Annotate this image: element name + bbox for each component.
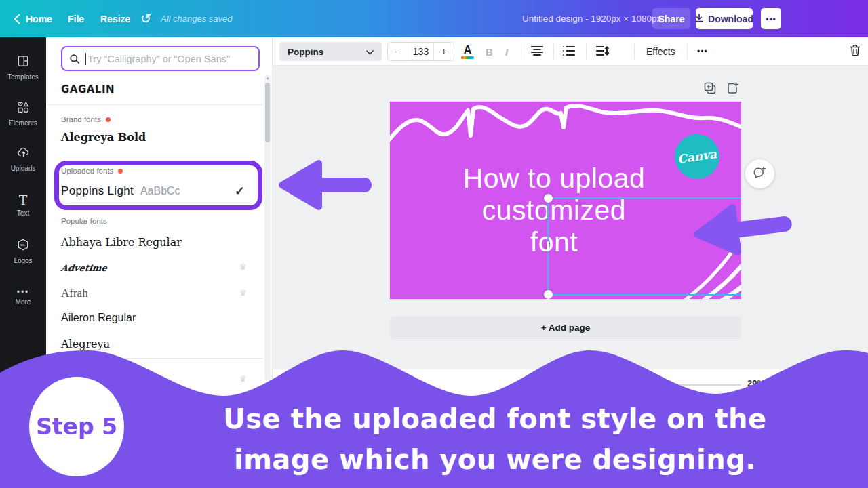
font-size-decrease-button[interactable]: −: [388, 43, 408, 60]
trash-icon: [850, 45, 861, 58]
sidebar-item-logos[interactable]: co. Logos: [0, 230, 46, 272]
text-align-button[interactable]: [531, 37, 543, 66]
share-button[interactable]: Share: [652, 8, 690, 29]
text-toolbar: Poppins − 133 + A B I Effects •••: [273, 37, 868, 66]
brand-fonts-label: Brand fonts: [61, 115, 111, 123]
align-center-icon: [531, 46, 543, 58]
file-menu[interactable]: File: [68, 0, 84, 37]
effects-button[interactable]: Effects: [646, 37, 675, 66]
bullet-list-icon: [563, 46, 575, 58]
divider: [586, 44, 587, 59]
scrollbar-thumb[interactable]: [265, 83, 270, 142]
uploaded-fonts-label: Uploaded fonts: [61, 167, 123, 175]
font-item-popular[interactable]: Abhaya Libre Regular: [61, 236, 182, 249]
panel-scrollbar[interactable]: ▲: [264, 75, 271, 381]
bold-button[interactable]: B: [486, 37, 493, 66]
delete-button[interactable]: [850, 37, 861, 66]
font-size-stepper: − 133 +: [387, 42, 454, 61]
divider: [553, 44, 554, 59]
design-title[interactable]: Untitled design - 1920px × 1080px: [522, 0, 661, 37]
download-icon: [695, 14, 703, 24]
line-spacing-icon: [596, 46, 609, 58]
text-color-button[interactable]: A: [461, 37, 474, 66]
pro-crown-icon: ♛: [239, 262, 247, 272]
font-search-box[interactable]: [61, 46, 260, 71]
canva-logo-badge: Canva: [675, 134, 719, 179]
canva-logo-text: Canva: [677, 147, 717, 166]
download-button[interactable]: Download: [696, 8, 753, 29]
sidebar-item-text[interactable]: T Text: [0, 184, 46, 226]
font-item-popular[interactable]: Advetime: [60, 263, 108, 273]
uploads-icon: [16, 146, 31, 162]
canva-app: Home File Resize ↺ All changes saved Unt…: [0, 0, 868, 488]
divider: [521, 44, 521, 59]
pro-crown-icon: ♛: [239, 288, 247, 298]
popular-fonts-label: Popular fonts: [61, 217, 107, 225]
step-badge: Step 5: [29, 377, 124, 476]
svg-text:co.: co.: [20, 243, 26, 247]
duplicate-page-icon[interactable]: [704, 82, 716, 97]
scroll-up-icon[interactable]: ▲: [264, 76, 271, 80]
uploaded-dot-icon: [118, 169, 123, 174]
chevron-down-icon: [366, 47, 374, 57]
bullet-list-button[interactable]: [563, 37, 575, 66]
comment-button[interactable]: [745, 159, 774, 188]
italic-button[interactable]: I: [505, 37, 508, 66]
resize-handle-bottom-left[interactable]: [544, 290, 553, 299]
font-item-recent[interactable]: GAGALIN: [61, 83, 115, 96]
more-dots-icon: •••: [17, 289, 30, 296]
comment-bubble-icon: [753, 166, 767, 182]
resize-menu[interactable]: Resize: [100, 0, 130, 37]
divider: [687, 44, 688, 59]
resize-handle-top-left[interactable]: [544, 194, 553, 203]
font-item-popular[interactable]: Afrah: [61, 287, 88, 300]
divider: [634, 44, 635, 59]
page-actions: [704, 82, 739, 97]
undo-icon[interactable]: ↺: [140, 0, 151, 37]
autosave-status: All changes saved: [161, 0, 233, 37]
font-family-dropdown[interactable]: Poppins: [279, 42, 382, 61]
line-spacing-button[interactable]: [596, 37, 609, 66]
toolbar-more-button[interactable]: •••: [697, 37, 708, 66]
text-caret: [85, 53, 86, 65]
search-icon: [69, 54, 80, 64]
font-item-brand[interactable]: Alegreya Bold: [61, 131, 146, 144]
font-size-increase-button[interactable]: +: [434, 43, 454, 60]
templates-icon: [16, 54, 30, 70]
sidebar-item-templates[interactable]: Templates: [0, 46, 46, 88]
font-search-input[interactable]: [87, 54, 252, 64]
sidebar-item-elements[interactable]: Elements: [0, 92, 46, 134]
back-chevron-icon[interactable]: [14, 0, 20, 37]
resize-handle-left[interactable]: [547, 241, 549, 251]
sidebar-item-more[interactable]: ••• More: [0, 276, 46, 318]
add-page-button[interactable]: + Add page: [390, 316, 741, 339]
elements-icon: [16, 100, 30, 117]
selected-check-icon: ✓: [235, 184, 245, 199]
home-button[interactable]: Home: [26, 0, 52, 37]
logos-icon: co.: [16, 238, 30, 254]
design-page[interactable]: Canva How to upload customized font ↻: [390, 102, 741, 299]
font-item-popular[interactable]: Aileron Regular: [61, 312, 136, 324]
text-icon: T: [19, 193, 28, 207]
sidebar-item-uploads[interactable]: Uploads: [0, 138, 46, 180]
arrow-left-to-font-panel-icon: [277, 157, 378, 214]
font-item-uploaded[interactable]: Poppins Light AaBbCc: [61, 184, 180, 198]
font-size-value[interactable]: 133: [408, 43, 434, 60]
add-page-icon[interactable]: [727, 82, 739, 97]
topbar-more-button[interactable]: •••: [761, 8, 781, 29]
divider: [46, 104, 263, 105]
top-bar: Home File Resize ↺ All changes saved Unt…: [0, 0, 868, 37]
brand-dot-icon: [106, 117, 111, 122]
tutorial-caption: Use the uploaded font style on the image…: [203, 399, 787, 480]
color-rainbow-bar: [461, 56, 474, 59]
